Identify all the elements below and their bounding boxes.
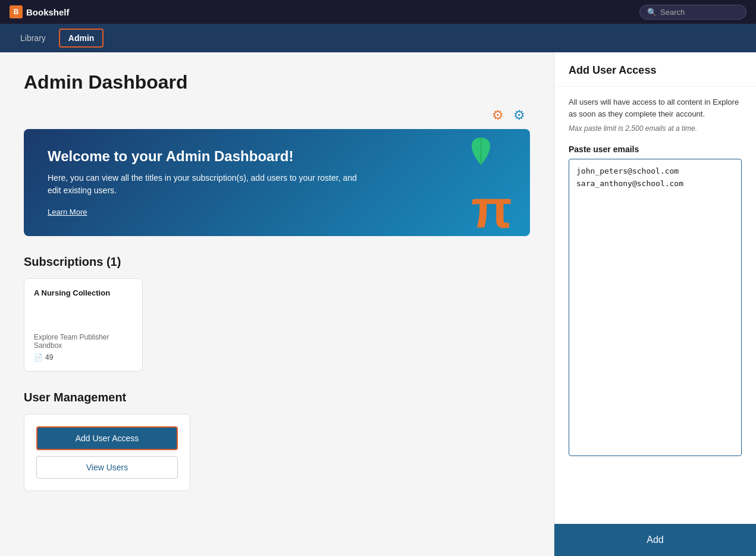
panel-header: Add User Access xyxy=(554,52,756,87)
nav-admin[interactable]: Admin xyxy=(59,29,104,48)
email-textarea[interactable] xyxy=(569,159,742,456)
gear-row: ⚙ ⚙ xyxy=(24,108,530,124)
brand: B Bookshelf xyxy=(10,5,70,18)
panel-description: All users will have access to all conten… xyxy=(569,96,742,120)
panel-body: All users will have access to all conten… xyxy=(554,87,756,524)
gear-icon-2[interactable]: ⚙ xyxy=(513,108,530,124)
document-icon: 📄 xyxy=(34,353,43,362)
leaf-decoration xyxy=(465,135,497,168)
subscription-name: A Nursing Collection xyxy=(34,288,133,297)
banner-description: Here, you can view all the titles in you… xyxy=(48,172,357,197)
add-button[interactable]: Add xyxy=(554,524,756,556)
panel-note: Max paste limit is 2,500 emails at a tim… xyxy=(569,124,742,133)
user-management-card: Add User Access View Users xyxy=(24,414,190,491)
right-panel: Add User Access All users will have acce… xyxy=(554,52,756,556)
main-layout: Admin Dashboard ⚙ ⚙ Welcome to your Admi… xyxy=(0,52,756,556)
subscriptions-title: Subscriptions (1) xyxy=(24,255,530,269)
banner-decoration: π xyxy=(411,129,530,230)
brand-name: Bookshelf xyxy=(26,7,70,17)
welcome-banner: Welcome to your Admin Dashboard! Here, y… xyxy=(24,129,530,236)
nav-library[interactable]: Library xyxy=(12,30,54,46)
search-bar[interactable]: 🔍 Search xyxy=(639,5,746,20)
brand-icon: B xyxy=(10,5,23,18)
subscription-meta: Explore Team Publisher Sandbox xyxy=(34,333,133,350)
add-user-access-button[interactable]: Add User Access xyxy=(36,426,178,450)
panel-footer: Add xyxy=(554,524,756,556)
page-title: Admin Dashboard xyxy=(24,71,530,93)
gear-icon-1[interactable]: ⚙ xyxy=(492,108,509,124)
subscriptions-list: A Nursing Collection Explore Team Publis… xyxy=(24,278,530,372)
view-users-button[interactable]: View Users xyxy=(36,456,178,479)
subscription-count: 📄 49 xyxy=(34,353,133,362)
subscription-card[interactable]: A Nursing Collection Explore Team Publis… xyxy=(24,278,143,372)
learn-more-link[interactable]: Learn More xyxy=(48,208,87,216)
top-bar: B Bookshelf 🔍 Search xyxy=(0,0,756,24)
pi-decoration: π xyxy=(471,183,512,230)
user-management-title: User Management xyxy=(24,391,530,404)
nav-bar: Library Admin xyxy=(0,24,756,52)
search-placeholder: Search xyxy=(660,8,685,17)
search-icon: 🔍 xyxy=(647,8,657,17)
panel-title: Add User Access xyxy=(569,64,742,77)
left-content: Admin Dashboard ⚙ ⚙ Welcome to your Admi… xyxy=(0,52,554,556)
email-label: Paste user emails xyxy=(569,145,742,154)
